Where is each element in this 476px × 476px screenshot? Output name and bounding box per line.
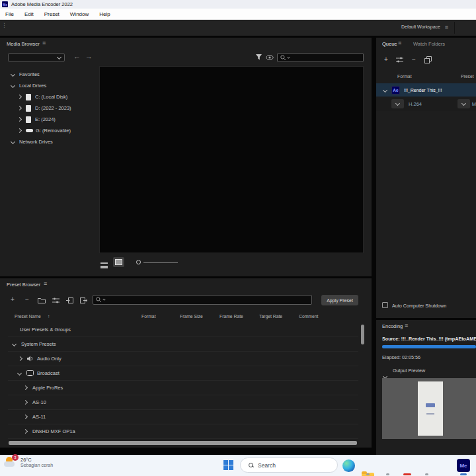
- media-browser-file-area[interactable]: [99, 66, 364, 253]
- queue-item-name: !!!_Render This_!!!: [404, 88, 442, 93]
- thumbnail-view-button[interactable]: [113, 257, 124, 267]
- preset-link[interactable]: M: [472, 101, 476, 107]
- preset-label: Broadcast: [37, 370, 60, 376]
- chevron-down-icon: [383, 87, 387, 92]
- tab-watch-folders[interactable]: Watch Folders: [413, 41, 445, 47]
- queue-settings-icon[interactable]: [396, 57, 403, 63]
- import-preset-button[interactable]: [66, 298, 73, 303]
- tree-item-drive-d[interactable]: D: (2022 - 2023): [0, 102, 98, 114]
- weather-widget[interactable]: 3 26°C Sebagian cerah: [4, 457, 53, 469]
- media-encoder-taskbar-icon[interactable]: Me: [457, 459, 470, 472]
- menu-preset[interactable]: Preset: [39, 11, 65, 17]
- tree-item-drive-c[interactable]: C: (Local Disk): [0, 91, 98, 102]
- encoding-panel-menu-icon[interactable]: ≡: [405, 322, 408, 329]
- output-preview-frame: [382, 378, 476, 439]
- sort-ascending-icon[interactable]: ↑: [48, 314, 50, 319]
- preset-dropdown[interactable]: [457, 99, 470, 108]
- tree-item-local-drives[interactable]: Local Drives: [0, 80, 98, 91]
- tree-label: G: (Removable): [36, 128, 71, 134]
- auto-shutdown-checkbox[interactable]: [382, 302, 388, 308]
- back-button[interactable]: ←: [73, 52, 81, 60]
- new-preset-button[interactable]: +: [11, 296, 15, 303]
- media-browser-location-dropdown[interactable]: [8, 53, 65, 62]
- tab-preset-browser[interactable]: Preset Browser: [7, 282, 40, 288]
- preset-browser-panel-menu-icon[interactable]: ≡: [44, 280, 47, 287]
- encoding-progress-fill: [382, 345, 476, 348]
- duplicate-button[interactable]: [424, 56, 432, 63]
- preset-row-audio-only[interactable]: Audio Only: [8, 352, 358, 366]
- attention-indicator: [403, 473, 411, 475]
- tree-item-network-drives[interactable]: Network Drives: [0, 136, 98, 147]
- chevron-right-icon: [17, 95, 22, 99]
- running-indicator: [386, 473, 389, 475]
- screen: Me Adobe Media Encoder 2022 File Edit Pr…: [0, 0, 476, 476]
- preset-row-apple-prores[interactable]: Apple ProRes: [8, 381, 358, 395]
- menu-help[interactable]: Help: [94, 11, 115, 17]
- add-source-button[interactable]: +: [384, 56, 388, 63]
- remove-button[interactable]: −: [412, 56, 416, 63]
- column-format[interactable]: Format: [141, 314, 156, 319]
- preview-text-line: [426, 413, 434, 415]
- export-preset-button[interactable]: [80, 298, 87, 303]
- preset-search-input[interactable]: [93, 295, 312, 305]
- vertical-scrollbar[interactable]: [361, 325, 364, 344]
- preset-row-user-presets[interactable]: User Presets & Groups: [8, 323, 358, 337]
- tree-item-drive-e[interactable]: E: (2024): [0, 114, 98, 125]
- preset-row-system-presets[interactable]: System Presets: [8, 337, 358, 352]
- preset-settings-icon[interactable]: [52, 298, 60, 303]
- media-browser-panel-menu-icon[interactable]: ≡: [42, 40, 46, 46]
- panel-grip-icon[interactable]: ⋮: [1, 22, 7, 28]
- preset-row-as10[interactable]: AS-10: [8, 395, 358, 410]
- column-preset-name[interactable]: Preset Name: [15, 314, 41, 319]
- column-frame-size[interactable]: Frame Size: [180, 314, 203, 319]
- zoom-slider-knob[interactable]: [136, 260, 141, 264]
- apply-preset-button[interactable]: Apply Preset: [321, 295, 358, 305]
- menu-window[interactable]: Window: [65, 11, 94, 17]
- new-group-button[interactable]: [38, 298, 46, 303]
- chevron-down-icon: [57, 54, 61, 59]
- format-link[interactable]: H.264: [409, 101, 422, 107]
- preset-label: AS-10: [32, 399, 46, 405]
- format-dropdown[interactable]: [391, 99, 404, 108]
- tab-media-browser[interactable]: Media Browser: [7, 41, 40, 47]
- edge-icon[interactable]: [342, 459, 355, 472]
- queue-panel-menu-icon[interactable]: ≡: [398, 40, 401, 46]
- eye-icon[interactable]: [266, 55, 274, 60]
- tree-item-drive-g[interactable]: G: (Removable): [0, 125, 98, 136]
- column-target-rate[interactable]: Target Rate: [259, 314, 282, 319]
- queue-column-format[interactable]: Format: [397, 74, 412, 79]
- column-comment[interactable]: Comment: [299, 314, 318, 319]
- removable-drive-icon: [26, 129, 33, 132]
- filter-icon[interactable]: [255, 54, 262, 61]
- chevron-right-icon: [23, 415, 28, 419]
- horizontal-scrollbar[interactable]: [9, 441, 357, 445]
- start-button[interactable]: [223, 460, 233, 470]
- workspace-selector[interactable]: Default Workspace: [401, 24, 440, 29]
- queue-column-preset[interactable]: Preset: [461, 74, 474, 79]
- queue-item-row[interactable]: Ae !!!_Render This_!!!: [376, 83, 476, 97]
- zoom-slider-track[interactable]: [143, 262, 178, 263]
- chevron-right-icon: [18, 356, 22, 361]
- media-browser-search-input[interactable]: [277, 53, 364, 62]
- tree-label: C: (Local Disk): [35, 94, 67, 100]
- tree-item-favorites[interactable]: Favorites: [0, 69, 98, 80]
- workspace-divider: [454, 22, 455, 34]
- search-icon: [96, 297, 102, 303]
- menu-file[interactable]: File: [0, 11, 19, 17]
- list-view-button[interactable]: [100, 259, 108, 271]
- preset-row-broadcast[interactable]: Broadcast: [8, 366, 358, 381]
- forward-button[interactable]: →: [85, 52, 93, 60]
- column-frame-rate[interactable]: Frame Rate: [219, 314, 243, 319]
- app-icon: Me: [2, 1, 8, 7]
- chevron-right-icon: [23, 429, 28, 434]
- tab-encoding[interactable]: Encoding: [382, 323, 403, 329]
- taskbar-search[interactable]: Search: [240, 457, 338, 473]
- tab-queue[interactable]: Queue: [382, 41, 397, 47]
- preset-row-dnxhd[interactable]: DNxHD MXF OP1a: [8, 424, 358, 439]
- preset-row-as11[interactable]: AS-11: [8, 410, 358, 424]
- workspace-menu-icon[interactable]: ≡: [445, 24, 448, 30]
- delete-preset-button[interactable]: −: [25, 296, 29, 303]
- search-scope-chevron-icon: [102, 298, 105, 300]
- preset-label: System Presets: [21, 341, 56, 347]
- menu-edit[interactable]: Edit: [19, 11, 39, 17]
